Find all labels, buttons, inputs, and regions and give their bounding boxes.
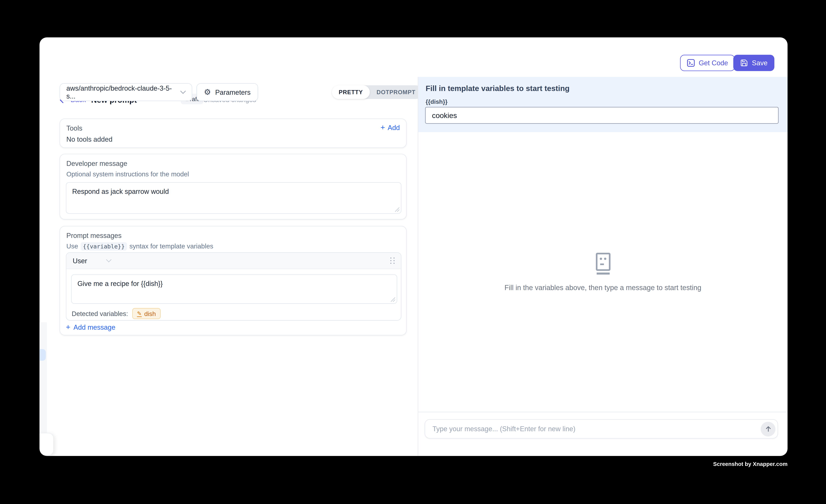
save-label: Save bbox=[752, 59, 767, 67]
variable-chip-label: dish bbox=[144, 310, 156, 317]
app-window: Back New prompt Draft Unsaved changes Ge… bbox=[40, 37, 787, 456]
save-icon bbox=[741, 59, 748, 67]
developer-message-card: Developer message Optional system instru… bbox=[60, 154, 407, 219]
popover-stub bbox=[40, 433, 54, 456]
chat-message-input[interactable] bbox=[425, 419, 778, 439]
message-header: User bbox=[66, 253, 401, 269]
variable-chip-dish[interactable]: ✎ dish bbox=[132, 308, 161, 319]
hint-suffix: syntax for template variables bbox=[129, 243, 213, 250]
screenshot-stage: Back New prompt Draft Unsaved changes Ge… bbox=[0, 0, 826, 504]
tools-card: Tools + Add No tools added bbox=[60, 118, 407, 148]
robot-face-icon bbox=[593, 252, 613, 275]
plus-icon: + bbox=[66, 323, 70, 331]
role-select-value[interactable]: User bbox=[73, 257, 87, 265]
tools-empty-text: No tools added bbox=[66, 135, 112, 143]
toggle-dotprompt[interactable]: DOTPROMPT bbox=[370, 85, 422, 99]
sidebar-active-indicator bbox=[40, 349, 46, 361]
template-variables-panel: Fill in template variables to start test… bbox=[418, 77, 787, 132]
detected-variables-label: Detected variables: bbox=[72, 310, 128, 317]
save-button[interactable]: Save bbox=[733, 55, 774, 71]
parameters-button[interactable]: ⚙ Parameters bbox=[196, 83, 258, 101]
variable-syntax-hint: Use {{variable}} syntax for template var… bbox=[66, 242, 213, 251]
model-selector-value: aws/anthropic/bedrock-claude-3-5-s... bbox=[66, 84, 180, 100]
detected-variables-row: Detected variables: ✎ dish bbox=[72, 308, 161, 319]
drag-handle-icon[interactable] bbox=[390, 257, 395, 264]
dish-variable-label: {{dish}} bbox=[426, 99, 448, 105]
message-block: User Give me a recipe for {{dish}} bbox=[66, 252, 401, 321]
dish-variable-input[interactable] bbox=[425, 107, 779, 124]
watermark-text: Screenshot by Xnapper.com bbox=[713, 461, 787, 467]
view-mode-toggle: PRETTY DOTPROMPT bbox=[332, 85, 422, 99]
template-variables-title: Fill in template variables to start test… bbox=[426, 84, 570, 93]
send-button[interactable] bbox=[761, 422, 775, 436]
toggle-pretty[interactable]: PRETTY bbox=[332, 85, 370, 99]
user-message-input[interactable]: Give me a recipe for {{dish}} bbox=[71, 274, 397, 304]
prompt-messages-title: Prompt messages bbox=[66, 232, 122, 240]
collapsed-sidebar-strip bbox=[40, 322, 47, 433]
parameters-label: Parameters bbox=[215, 88, 251, 96]
chevron-down-icon bbox=[180, 90, 186, 94]
terminal-icon bbox=[687, 59, 695, 67]
plus-icon: + bbox=[380, 124, 385, 132]
chat-empty-state: Fill in the variables above, then type a… bbox=[418, 252, 787, 292]
model-selector[interactable]: aws/anthropic/bedrock-claude-3-5-s... bbox=[60, 83, 192, 101]
chevron-down-icon[interactable] bbox=[106, 259, 112, 262]
get-code-label: Get Code bbox=[699, 59, 728, 67]
hint-variable-code: {{variable}} bbox=[81, 242, 127, 251]
add-tool-label: Add bbox=[388, 124, 400, 132]
arrow-up-icon bbox=[765, 425, 771, 432]
add-message-label: Add message bbox=[73, 323, 115, 331]
chat-input-divider bbox=[418, 412, 787, 412]
hint-prefix: Use bbox=[66, 243, 78, 250]
add-message-button[interactable]: + Add message bbox=[66, 323, 115, 331]
get-code-button[interactable]: Get Code bbox=[680, 55, 735, 71]
prompt-messages-card: Prompt messages Use {{variable}} syntax … bbox=[60, 226, 407, 335]
developer-message-subtitle: Optional system instructions for the mod… bbox=[66, 171, 189, 178]
add-tool-button[interactable]: + Add bbox=[380, 124, 400, 132]
pencil-icon: ✎ bbox=[137, 310, 142, 317]
chat-input-row bbox=[425, 419, 778, 439]
gear-icon: ⚙ bbox=[204, 88, 211, 96]
developer-message-title: Developer message bbox=[66, 160, 127, 167]
developer-message-input[interactable]: Respond as jack sparrow would bbox=[66, 182, 401, 214]
tools-title: Tools bbox=[66, 124, 82, 132]
empty-state-text: Fill in the variables above, then type a… bbox=[505, 284, 701, 292]
